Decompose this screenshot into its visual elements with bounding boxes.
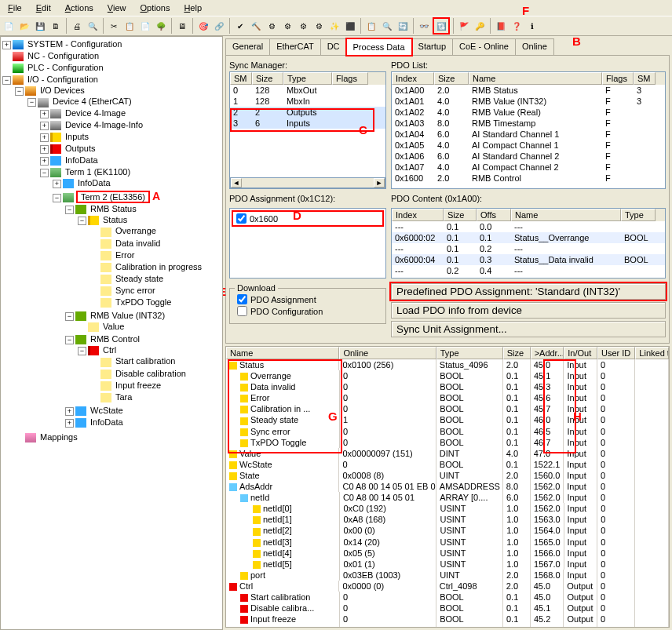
tree-node-label[interactable]: RMB Status xyxy=(89,204,138,213)
tab-general[interactable]: General xyxy=(225,38,270,55)
tree-node-label[interactable]: Ctrl xyxy=(101,345,118,355)
tree-expander[interactable]: + xyxy=(40,122,49,130)
tab-process-data[interactable]: Process Data xyxy=(346,38,412,56)
variable-row[interactable]: Overrange0BOOL0.145.1Input0 xyxy=(226,370,669,381)
menu-options[interactable]: Options xyxy=(137,2,173,14)
tree-icon[interactable]: 🌳 xyxy=(154,19,168,33)
variable-row[interactable]: netId[1]0xA8 (168)USINT1.01563.0Input0 xyxy=(226,514,669,525)
column-header[interactable]: Name xyxy=(226,347,339,359)
tree-node-label[interactable]: RMB Value (INT32) xyxy=(89,311,166,320)
tree-node-label[interactable]: Calibration in progress xyxy=(114,262,203,271)
help-icon[interactable]: ❓ xyxy=(509,19,524,33)
tree-node-label[interactable]: Tara xyxy=(114,392,133,402)
variable-row[interactable]: Calibration in ...0BOOL0.145.7Input0 xyxy=(226,403,669,414)
pdo-list-row[interactable]: 0x1A066.0AI Standard Channel 2F xyxy=(392,151,665,162)
pdo-content-row[interactable]: ---0.10.2--- xyxy=(392,243,665,254)
pdo-configuration-download-check[interactable]: PDO Configuration xyxy=(236,305,379,317)
menu-actions[interactable]: Actions xyxy=(62,2,97,14)
pdo-list-row[interactable]: 0x1A046.0AI Standard Channel 1F xyxy=(392,129,665,140)
pdo-list-row[interactable]: 0x1A002.0RMB StatusF3 xyxy=(392,85,665,96)
load-pdo-button[interactable]: Load PDO info from device xyxy=(391,302,666,319)
net-icon[interactable]: 🔗 xyxy=(212,19,226,33)
new-icon[interactable]: 📄 xyxy=(2,19,16,33)
tree-node-label[interactable]: InfoData xyxy=(89,417,125,427)
reload-devices-icon[interactable]: 🔃 xyxy=(434,19,448,33)
book-icon[interactable]: 📕 xyxy=(494,19,508,33)
tree-node-label[interactable]: InfoData xyxy=(64,155,100,165)
pdo-list-row[interactable]: 0x1A054.0AI Compact Channel 1F xyxy=(392,140,665,151)
column-header[interactable]: Size xyxy=(503,347,531,359)
variable-row[interactable]: port0x03EB (1003)UINT2.01568.0Input0 xyxy=(226,570,669,581)
stop-icon[interactable]: ⬛ xyxy=(343,19,357,33)
tree-node-label[interactable]: PLC - Configuration xyxy=(26,63,105,72)
variable-row[interactable]: Status0x0100 (256)Status_40962.045.0Inpu… xyxy=(226,359,669,370)
tree-expander[interactable]: − xyxy=(40,169,49,177)
pdo-content-list[interactable]: IndexSizeOffsNameType ---0.10.0---0x6000… xyxy=(391,208,666,279)
tree-pane[interactable]: +SYSTEM - ConfigurationNC - Configuratio… xyxy=(0,36,223,630)
print-icon[interactable]: 🖨 xyxy=(70,19,84,33)
menu-help[interactable]: Help xyxy=(181,2,205,14)
variable-row[interactable]: Error0BOOL0.145.6Input0 xyxy=(226,392,669,403)
tree-node-label[interactable]: SYSTEM - Configuration xyxy=(26,39,123,49)
variable-row[interactable]: netIdC0 A8 00 14 05 01ARRAY [0....6.0156… xyxy=(226,492,669,503)
info-icon[interactable]: ℹ xyxy=(525,19,539,33)
column-header[interactable]: Online xyxy=(339,347,436,359)
tree-node-label[interactable]: Disable calibration xyxy=(114,369,188,378)
wand-icon[interactable]: ✨ xyxy=(327,19,341,33)
pdo-list-row[interactable]: 0x16002.0RMB ControlF xyxy=(392,173,665,184)
tree-node-label[interactable]: Overrange xyxy=(114,226,158,235)
variable-row[interactable]: Sync error0BOOL0.146.5Input0 xyxy=(226,426,669,437)
tree-expander[interactable]: + xyxy=(53,180,61,188)
tree-expander[interactable]: − xyxy=(65,206,74,214)
menu-view[interactable]: View xyxy=(104,2,130,14)
variable-row[interactable]: netId[5]0x01 (1)USINT1.01567.0Input0 xyxy=(226,559,669,570)
tree-node-label[interactable]: Device 4 (EtherCAT) xyxy=(51,97,133,106)
pdo-list-row[interactable]: 0x1A024.0RMB Value (Real)F xyxy=(392,107,665,118)
sync-manager-row[interactable]: 22Outputs xyxy=(230,107,385,118)
gear4-icon[interactable]: ⚙ xyxy=(312,19,326,33)
tree-node-label[interactable]: Outputs xyxy=(64,144,97,153)
refresh-icon[interactable]: 🔄 xyxy=(396,19,410,33)
gear1-icon[interactable]: ⚙ xyxy=(265,19,279,33)
tab-ethercat[interactable]: EtherCAT xyxy=(269,38,320,55)
target-icon[interactable]: 🎯 xyxy=(196,19,210,33)
tree-node-label[interactable]: Status xyxy=(101,215,129,224)
pdo-assign-checkbox[interactable] xyxy=(236,213,247,224)
doc-icon[interactable]: 📋 xyxy=(364,19,378,33)
tree-expander[interactable]: + xyxy=(65,419,74,428)
variable-row[interactable]: Sample mode0BOOL0.145.3Output0 xyxy=(226,625,669,628)
key-icon[interactable]: 🔑 xyxy=(473,19,487,33)
tree-expander[interactable]: + xyxy=(40,110,49,118)
tree-node-label[interactable]: RMB Control xyxy=(89,334,141,344)
pdo-list[interactable]: IndexSizeNameFlagsSM 0x1A002.0RMB Status… xyxy=(391,71,666,189)
pdo-assignment-list[interactable]: 0x1600 D xyxy=(229,208,386,279)
tree-node-label[interactable]: Start calibration xyxy=(114,356,177,366)
pdo-assign-item[interactable]: 0x1600 xyxy=(236,213,380,224)
open-icon[interactable]: 📂 xyxy=(17,19,31,33)
tree-node-label[interactable]: I/O Devices xyxy=(38,86,86,95)
tree-node-label[interactable]: Value xyxy=(101,322,126,331)
preview-icon[interactable]: 🔍 xyxy=(86,19,100,33)
tree-node-label[interactable]: Input freeze xyxy=(114,381,163,390)
predefined-pdo-button[interactable]: Predefined PDO Assignment: 'Standard (IN… xyxy=(391,283,666,300)
pdo-content-row[interactable]: ---0.10.0--- xyxy=(392,221,665,232)
tree-node-label[interactable]: Steady state xyxy=(114,274,165,283)
variable-row[interactable]: netId[3]0x14 (20)USINT1.01565.0Input0 xyxy=(226,537,669,548)
variable-row[interactable]: Disable calibra...0BOOL0.145.1Output0 xyxy=(226,603,669,614)
tree-node-label[interactable]: Mappings xyxy=(38,432,79,442)
variable-row[interactable]: netId[0]0xC0 (192)USINT1.01562.0Input0 xyxy=(226,503,669,514)
column-header[interactable]: Linked t xyxy=(635,347,669,359)
sync-manager-row[interactable]: 0128MbxOut xyxy=(230,85,385,96)
tree-expander[interactable]: − xyxy=(78,347,86,355)
tree-expander[interactable]: − xyxy=(78,217,86,225)
variable-row[interactable]: WcState0BOOL0.11522.1Input0 xyxy=(226,459,669,470)
tree-expander[interactable]: − xyxy=(2,76,11,85)
copy-icon[interactable]: 📋 xyxy=(122,19,137,33)
tree-expander[interactable]: + xyxy=(40,133,49,142)
tab-dc[interactable]: DC xyxy=(320,38,347,55)
pdo-content-row[interactable]: ---0.20.4--- xyxy=(392,265,665,276)
cut-icon[interactable]: ✂ xyxy=(107,19,121,33)
check-icon[interactable]: ✔ xyxy=(233,19,247,33)
tree-expander[interactable]: + xyxy=(65,407,74,416)
variable-row[interactable]: Start calibration0BOOL0.145.0Output0 xyxy=(226,592,669,603)
